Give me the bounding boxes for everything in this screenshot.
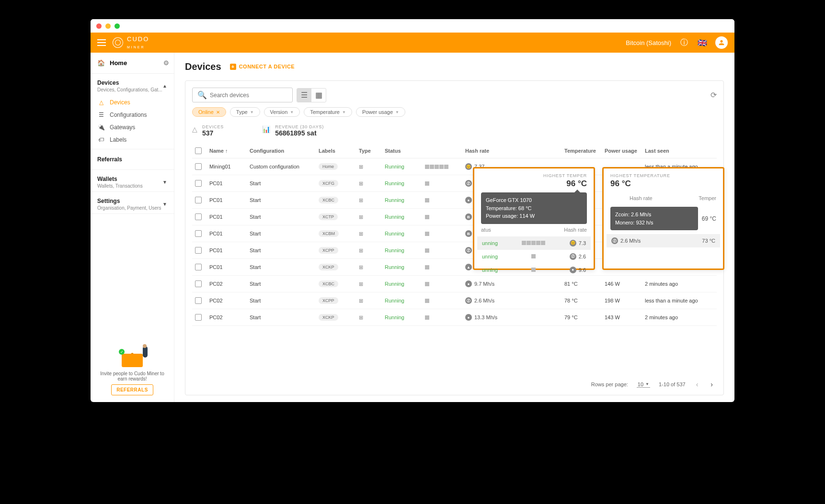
search-input-wrapper[interactable]: 🔍: [192, 88, 293, 102]
row-checkbox[interactable]: [195, 180, 202, 187]
cell-config: Custom configuration: [250, 164, 317, 169]
account-avatar[interactable]: [715, 36, 728, 49]
next-page-button[interactable]: ›: [709, 381, 715, 388]
filter-power[interactable]: Power usage▼: [356, 107, 405, 117]
gear-icon[interactable]: ⚙: [163, 59, 169, 67]
cell-power: 155 W: [605, 264, 643, 270]
cell-power: 198 W: [605, 298, 643, 303]
row-checkbox[interactable]: [195, 247, 202, 254]
devices-section-toggle[interactable]: Devices Devices, Configurations, Gat... …: [97, 79, 167, 92]
language-flag[interactable]: 🇬🇧: [697, 37, 708, 48]
col-temp[interactable]: Temperature: [564, 148, 603, 154]
chevron-down-icon: ▼: [162, 202, 167, 207]
cell-hashrate: 😊 7.37: [465, 163, 518, 170]
col-config[interactable]: Configuration: [250, 148, 317, 154]
col-name[interactable]: Name ↑: [209, 148, 248, 154]
cell-temp: 67 °C: [564, 214, 603, 220]
devices-section-title: Devices: [97, 79, 162, 86]
maximize-window[interactable]: [115, 23, 120, 29]
cell-status: Running: [385, 231, 423, 236]
filter-type[interactable]: Type▼: [230, 107, 260, 117]
search-input[interactable]: [210, 92, 287, 99]
settings-title: Settings: [97, 198, 161, 204]
filter-temperature[interactable]: Temperature▼: [304, 107, 352, 117]
table-row[interactable]: PC01StartXCBC⊞Running● 9.62 minutes ago: [192, 192, 717, 209]
close-icon[interactable]: ✕: [216, 110, 220, 115]
wallets-subtitle: Wallets, Transactions: [97, 183, 143, 189]
close-window[interactable]: [96, 23, 102, 29]
devices-table: Name ↑ Configuration Labels Type Status …: [192, 144, 717, 376]
coin-icon: Ⓩ: [465, 247, 472, 254]
stat-devices: △ DEVICES537: [192, 124, 224, 137]
referrals-button[interactable]: REFERRALS: [111, 384, 153, 395]
sidebar-home[interactable]: 🏠 Home ⚙: [91, 53, 174, 74]
envelope-illustration: ✓: [118, 348, 147, 367]
col-type[interactable]: Type: [359, 148, 383, 154]
row-checkbox[interactable]: [195, 264, 202, 270]
cell-config: Start: [250, 314, 317, 320]
cell-cores: [425, 232, 463, 236]
filter-version[interactable]: Version▼: [264, 107, 300, 117]
sidebar-item-gateways[interactable]: 🔌Gateways: [97, 121, 167, 134]
table-row[interactable]: PC02StartXCBC⊞Running● 9.7 Mh/s81 °C146 …: [192, 276, 717, 292]
windows-icon: ⊞: [359, 214, 383, 220]
row-checkbox[interactable]: [195, 163, 202, 170]
rows-per-page-select[interactable]: 10 ▼: [637, 381, 650, 388]
cell-config: Start: [250, 214, 317, 220]
coin-icon: ●: [465, 314, 472, 321]
cell-name: PC02: [209, 314, 248, 320]
help-icon[interactable]: ⓘ: [679, 37, 689, 48]
col-status[interactable]: Status: [385, 148, 423, 154]
table-row[interactable]: PC02StartXCPP⊞RunningⓏ 2.6 Mh/s78 °C198 …: [192, 292, 717, 309]
sidebar-referrals[interactable]: Referrals: [91, 149, 174, 170]
menu-icon[interactable]: [97, 39, 106, 46]
row-checkbox[interactable]: [195, 280, 202, 287]
table-row[interactable]: PC01StartXCFG⊞RunningⓏ 2.6 Mh/s2 minutes…: [192, 175, 717, 192]
chevron-down-icon: ▼: [250, 110, 254, 114]
sidebar-item-devices[interactable]: △Devices: [97, 96, 167, 109]
coin-icon: Ⓩ: [465, 297, 472, 304]
cell-lastseen: 2 minutes ago: [645, 231, 717, 236]
cell-temp: 81 °C: [564, 281, 603, 287]
cell-status: Running: [385, 247, 423, 253]
chevron-down-icon: ▼: [290, 110, 294, 114]
cell-cores: [425, 181, 463, 186]
brand-name: CUDO: [127, 35, 149, 43]
cell-config: Start: [250, 197, 317, 203]
table-row[interactable]: PC01StartXCTP⊞RunningB 5 sol/s67 °C27.7 …: [192, 209, 717, 225]
row-checkbox[interactable]: [195, 230, 202, 237]
cell-hashrate: ● 9.6: [465, 197, 518, 203]
list-view-button[interactable]: ☰: [297, 89, 311, 102]
minimize-window[interactable]: [105, 23, 111, 29]
connect-device-button[interactable]: + CONNECT A DEVICE: [230, 64, 295, 70]
table-row[interactable]: PC01StartXCKP⊞Running▲ 37 sol/s79 °C155 …: [192, 259, 717, 276]
label-badge: XCBM: [319, 230, 339, 237]
sidebar-item-labels[interactable]: 🏷Labels: [97, 134, 167, 146]
table-row[interactable]: Mining01Custom configurationHome⊞Running…: [192, 158, 717, 175]
cell-name: PC02: [209, 281, 248, 287]
refresh-icon[interactable]: ⟳: [710, 90, 717, 100]
col-lastseen[interactable]: Last seen: [645, 148, 717, 154]
col-hashrate[interactable]: Hash rate: [465, 148, 518, 154]
table-row[interactable]: PC01StartXCBM⊞RunningB 14 sol/s58 °C0 W2…: [192, 225, 717, 242]
col-power[interactable]: Power usage: [605, 148, 643, 154]
table-row[interactable]: PC02StartXCKP⊞Running● 13.3 Mh/s79 °C143…: [192, 309, 717, 326]
table-row[interactable]: PC01StartXCPP⊞RunningⓏ 2.6 Mh/s77 °C201 …: [192, 242, 717, 259]
row-checkbox[interactable]: [195, 213, 202, 220]
col-labels[interactable]: Labels: [319, 148, 357, 154]
mac-titlebar: [91, 19, 734, 33]
sidebar-section-settings[interactable]: Settings Organisation, Payment, Users ▼: [91, 192, 174, 214]
currency-selector[interactable]: Bitcoin (Satoshi): [626, 39, 671, 46]
cell-status: Running: [385, 314, 423, 320]
prev-page-button[interactable]: ‹: [694, 381, 700, 388]
select-all-checkbox[interactable]: [195, 147, 202, 154]
cell-lastseen: less than a minute ago: [645, 164, 717, 169]
sidebar-item-configurations[interactable]: ☰Configurations: [97, 109, 167, 121]
sidebar-section-wallets[interactable]: Wallets Wallets, Transactions ▼: [91, 170, 174, 192]
filter-online[interactable]: Online✕: [192, 107, 226, 117]
cell-cores: [425, 215, 463, 219]
grid-view-button[interactable]: ▦: [311, 89, 326, 102]
row-checkbox[interactable]: [195, 297, 202, 304]
row-checkbox[interactable]: [195, 197, 202, 203]
row-checkbox[interactable]: [195, 314, 202, 321]
